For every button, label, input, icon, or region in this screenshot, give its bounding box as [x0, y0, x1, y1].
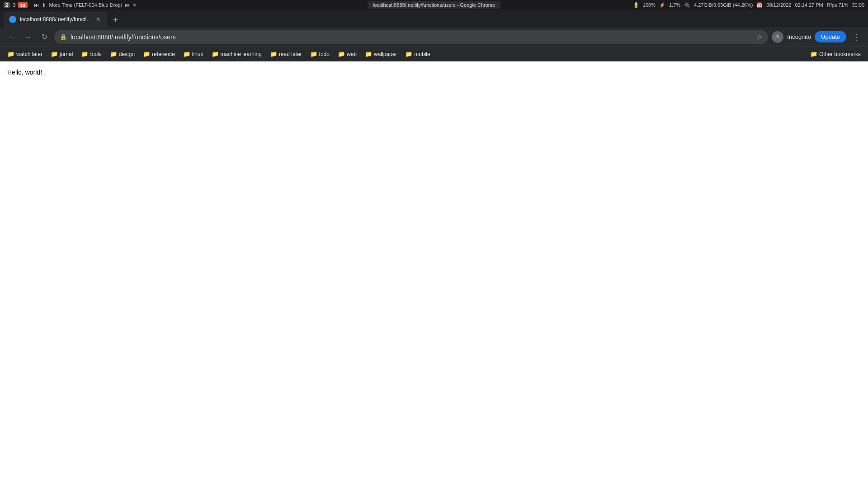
bookmark-label: read later — [279, 51, 302, 57]
folder-icon: 📁 — [310, 51, 317, 57]
bookmark-label: jurnal — [60, 51, 73, 57]
bookmark-mobile[interactable]: 📁 mobile — [401, 49, 434, 59]
media-title: More Time (FELT-004 Blue Drop) — [49, 2, 123, 8]
folder-icon: 📁 — [183, 51, 190, 57]
new-tab-button[interactable]: + — [109, 14, 122, 26]
media-icon2: ⏮ — [125, 2, 130, 8]
bookmark-label: tools — [90, 51, 101, 57]
bookmark-label: linux — [192, 51, 203, 57]
time-value: 02:14:27 PM — [795, 2, 823, 8]
system-bar-right: 🔋 100% ⚡ 1.7% 🔌 4.27GiB/9.65GiB (44.26%)… — [633, 2, 864, 8]
battery-percent: 100% — [643, 2, 656, 8]
folder-icon: 📁 — [810, 51, 817, 57]
bookmark-todo[interactable]: 📁 todo — [307, 49, 333, 59]
system-bar: 2 3 ss ⏭ ⏸ More Time (FELT-004 Blue Drop… — [0, 0, 868, 10]
update-button[interactable]: Update — [815, 31, 846, 42]
bookmarks-bar: 📁 watch later 📁 jurnal 📁 tools 📁 design … — [0, 47, 868, 61]
workspace-3[interactable]: 3 — [13, 2, 15, 8]
address-bar[interactable]: 🔒 ☆ — [54, 30, 768, 44]
system-bar-left: 2 3 ss ⏭ ⏸ More Time (FELT-004 Blue Drop… — [4, 2, 137, 8]
bookmark-read-later[interactable]: 📁 read later — [266, 49, 306, 59]
url-input[interactable] — [71, 33, 753, 41]
folder-icon: 📁 — [405, 51, 412, 57]
bookmark-label: design — [119, 51, 135, 57]
other-bookmarks-label: Other bookmarks — [819, 51, 861, 57]
system-bar-center-title: localhost:8888/.netlify/functions/users … — [368, 1, 500, 9]
folder-icon: 📁 — [212, 51, 219, 57]
bookmark-wallpaper[interactable]: 📁 wallpaper — [361, 49, 401, 59]
bookmark-reference[interactable]: 📁 reference — [139, 49, 179, 59]
media-icon: ⏭ — [34, 2, 39, 8]
chrome-menu-button[interactable]: ⋮ — [850, 31, 863, 43]
other-bookmarks[interactable]: 📁 Other bookmarks — [807, 49, 864, 59]
close-icon: ✕ — [132, 2, 137, 8]
incognito-label: Incognito — [787, 33, 811, 40]
active-tab[interactable]: 🌐 localhost:8888/.netlify/functi... ✕ — [4, 12, 107, 27]
tab-title: localhost:8888/.netlify/functi... — [20, 16, 91, 23]
bookmark-machine-learning[interactable]: 📁 machine learning — [208, 49, 265, 59]
forward-button[interactable]: → — [22, 31, 34, 43]
bookmark-star-icon[interactable]: ☆ — [756, 33, 763, 41]
bookmark-label: wallpaper — [374, 51, 397, 57]
workspace-2[interactable]: 2 — [4, 2, 10, 8]
back-button[interactable]: ← — [5, 31, 18, 43]
incognito-icon — [772, 31, 783, 43]
pause-icon: ⏸ — [42, 2, 47, 8]
cpu-label: ⚡ — [659, 2, 665, 8]
bookmark-tools[interactable]: 📁 tools — [77, 49, 105, 59]
disk-value: 4.27GiB/9.65GiB (44.26%) — [694, 2, 753, 8]
folder-icon: 📁 — [51, 51, 58, 57]
battery-icon: 🔋 — [633, 2, 639, 8]
bookmark-design[interactable]: 📁 design — [106, 49, 138, 59]
date-value: 08/12/2022 — [766, 2, 791, 8]
bookmark-label: todo — [319, 51, 330, 57]
bookmark-label: mobile — [414, 51, 430, 57]
folder-icon: 📁 — [338, 51, 345, 57]
folder-icon: 📁 — [270, 51, 277, 57]
reload-button[interactable]: ↻ — [38, 31, 51, 43]
bookmark-web[interactable]: 📁 web — [334, 49, 360, 59]
folder-icon: 📁 — [81, 51, 88, 57]
tab-bar: 🌐 localhost:8888/.netlify/functi... ✕ + — [0, 10, 868, 27]
rfps-value: Rfps 71% — [827, 2, 849, 8]
bookmark-label: machine learning — [221, 51, 262, 57]
tab-favicon: 🌐 — [9, 16, 16, 23]
cpu-value: 1.7% — [669, 2, 680, 8]
page-content: Hello, world! — [0, 61, 868, 488]
bookmark-watch-later[interactable]: 📁 watch later — [4, 49, 46, 59]
clock-value: 30:00 — [852, 2, 864, 8]
calendar-icon: 📅 — [756, 2, 763, 8]
ss-badge: ss — [18, 2, 27, 8]
svg-point-0 — [777, 34, 779, 37]
folder-icon: 📁 — [143, 51, 150, 57]
hello-world-text: Hello, world! — [7, 69, 42, 76]
bookmark-label: reference — [152, 51, 175, 57]
bookmark-jurnal[interactable]: 📁 jurnal — [47, 49, 76, 59]
bookmark-linux[interactable]: 📁 linux — [179, 49, 207, 59]
lock-icon: 🔒 — [60, 33, 67, 40]
chrome-window: 🌐 localhost:8888/.netlify/functi... ✕ + … — [0, 10, 868, 488]
folder-icon: 📁 — [365, 51, 372, 57]
toolbar: ← → ↻ 🔒 ☆ Incognito Update ⋮ — [0, 27, 868, 47]
folder-icon: 📁 — [7, 51, 14, 57]
disk-icon: 🔌 — [684, 2, 690, 8]
tab-close-button[interactable]: ✕ — [94, 16, 102, 23]
folder-icon: 📁 — [110, 51, 117, 57]
bookmark-label: web — [347, 51, 357, 57]
bookmark-label: watch later — [16, 51, 42, 57]
